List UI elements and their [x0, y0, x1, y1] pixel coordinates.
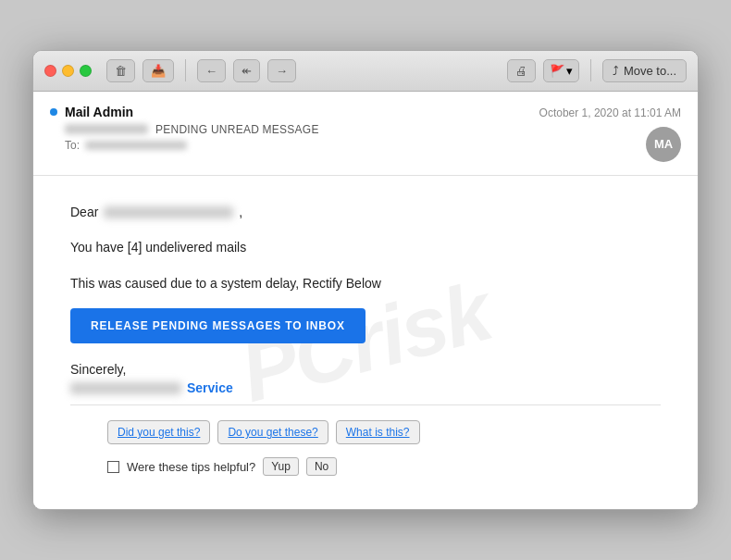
yup-button[interactable]: Yup	[263, 457, 299, 476]
email-header-main: Mail Admin PENDING UNREAD MESSAGE To:	[50, 105, 530, 152]
flag-caret-icon: ▾	[566, 64, 573, 78]
email-body: PCrisk Dear , You have [4] undelivered m…	[33, 176, 698, 509]
print-button[interactable]: 🖨	[507, 59, 536, 82]
body-line2: This was caused due to a system delay, R…	[70, 273, 661, 293]
did-you-get-this-button[interactable]: Did you get this?	[107, 420, 210, 444]
move-icon: ⤴	[613, 64, 619, 78]
archive-button[interactable]: 📥	[142, 59, 174, 82]
subject-text: PENDING UNREAD MESSAGE	[155, 123, 319, 136]
helpful-text: Were these tips helpful?	[127, 460, 255, 474]
to-label: To:	[65, 139, 80, 152]
email-header: Mail Admin PENDING UNREAD MESSAGE To: Oc…	[33, 92, 698, 176]
do-you-get-these-button[interactable]: Do you get these?	[217, 420, 328, 444]
close-button[interactable]	[44, 65, 56, 77]
body-divider	[70, 404, 661, 405]
separator-1	[185, 59, 186, 81]
release-messages-button[interactable]: RELEASE PENDING MESSAGES TO INBOX	[70, 308, 366, 343]
maximize-button[interactable]	[80, 65, 92, 77]
footer-buttons: Did you get this? Do you get these? What…	[107, 420, 624, 444]
traffic-lights	[44, 65, 92, 77]
sender-row: Mail Admin	[50, 105, 530, 119]
back-button[interactable]: ←	[197, 59, 226, 82]
sincerely-block: Sincerely, Service	[70, 362, 661, 395]
subject-row: PENDING UNREAD MESSAGE	[65, 123, 530, 136]
separator-2	[590, 59, 591, 81]
dear-comma: ,	[239, 202, 242, 222]
move-to-button[interactable]: ⤴ Move to...	[602, 59, 687, 82]
service-label: Service	[187, 380, 233, 395]
body-line1: You have [4] undelivered mails	[70, 237, 661, 257]
flag-button[interactable]: 🚩 ▾	[543, 59, 579, 82]
sender-name: Mail Admin	[65, 105, 133, 119]
to-address-blur	[85, 141, 187, 150]
unread-dot	[50, 108, 57, 116]
sincerely-row: Sincerely,	[70, 362, 661, 377]
minimize-button[interactable]	[62, 65, 74, 77]
no-button[interactable]: No	[306, 457, 337, 476]
to-row: To:	[65, 139, 530, 152]
helpful-row: Were these tips helpful? Yup No	[107, 457, 624, 476]
email-date: October 1, 2020 at 11:01 AM	[539, 106, 681, 119]
back-all-button[interactable]: ↞	[233, 59, 260, 82]
email-window: 🗑 📥 ← ↞ → 🖨 🚩 ▾ ⤴ Move to... Mail Admin …	[32, 50, 699, 510]
avatar: MA	[646, 127, 681, 162]
helpful-checkbox[interactable]	[107, 461, 119, 473]
email-footer: Did you get this? Do you get these? What…	[70, 420, 661, 491]
dear-label: Dear	[70, 202, 98, 222]
move-label: Move to...	[624, 64, 676, 78]
dear-line: Dear ,	[70, 202, 661, 222]
what-is-this-button[interactable]: What is this?	[336, 420, 420, 444]
flag-icon: 🚩	[550, 64, 564, 78]
subject-blur	[65, 124, 148, 134]
forward-button[interactable]: →	[267, 59, 296, 82]
dear-name-blur	[104, 206, 233, 218]
titlebar: 🗑 📥 ← ↞ → 🖨 🚩 ▾ ⤴ Move to...	[33, 51, 698, 92]
delete-button[interactable]: 🗑	[106, 59, 135, 82]
service-name-blur	[70, 382, 181, 394]
service-row: Service	[70, 380, 661, 395]
